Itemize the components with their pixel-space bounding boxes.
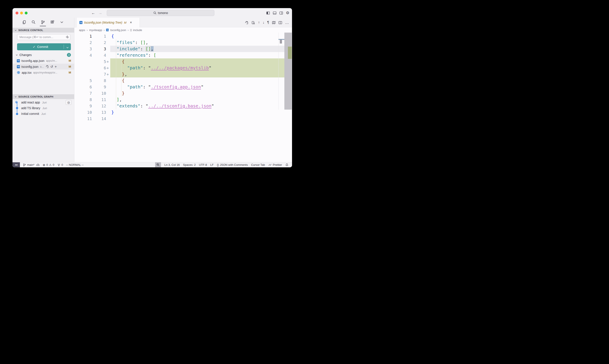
added-line-marker xyxy=(106,109,111,116)
line-number-original: 2 xyxy=(74,39,92,46)
commit-row[interactable]: add react app Juri xyxy=(13,100,74,105)
search-view-icon[interactable] xyxy=(30,19,37,25)
warning-icon: ⚠ xyxy=(49,163,52,167)
commit-dropdown-icon[interactable] xyxy=(66,46,69,49)
settings-gear-icon[interactable]: ⚙ xyxy=(286,11,289,15)
code-line[interactable]: 9 12 "extends": "../../tsconfig.base.jso… xyxy=(74,103,292,109)
sidebar: SOURCE CONTROL ✓ Commit Changes xyxy=(13,18,74,162)
code-line[interactable]: 3 3 "include": [], xyxy=(74,46,292,52)
changes-group-header[interactable]: Changes 3 xyxy=(13,52,74,58)
line-number-modified: 3 xyxy=(92,46,106,52)
breadcrumb-item[interactable]: apps xyxy=(79,28,85,32)
editor-group: TS tsconfig.json (Working Tree) M × ↑ ↓ … xyxy=(74,18,292,162)
code-line[interactable]: 10 13 } xyxy=(74,109,292,116)
source-control-section-header[interactable]: SOURCE CONTROL xyxy=(13,28,74,33)
code-line[interactable]: 11 14 xyxy=(74,116,292,122)
remote-indicator[interactable]: >< xyxy=(13,162,20,168)
formatter-item[interactable]: ✓✓ Prettier xyxy=(268,163,282,167)
breadcrumb-item[interactable]: tsconfig.json xyxy=(110,28,126,32)
indentation-item[interactable]: Spaces: 2 xyxy=(183,163,196,167)
target-icon: ◎ xyxy=(67,101,70,104)
code-line[interactable]: 2 2 "files": [], xyxy=(74,39,292,46)
modified-badge: M xyxy=(69,71,71,74)
vim-mode-indicator[interactable]: -- NORMAL -- xyxy=(66,163,84,167)
breadcrumb-item[interactable]: myviteapp xyxy=(89,28,102,32)
navigate-forward-icon[interactable]: → xyxy=(98,11,102,15)
ports-count: 0 xyxy=(62,163,63,167)
added-line-marker xyxy=(106,103,111,109)
branch-name: main* xyxy=(27,163,34,167)
language-mode-item[interactable]: {} JSON with Comments xyxy=(217,163,248,167)
more-views-chevron-icon[interactable] xyxy=(59,19,65,25)
code-line-added[interactable]: 6 + "path": "../../packages/mytslib" xyxy=(74,65,292,71)
code-line[interactable]: 1 1 { xyxy=(74,33,292,39)
changed-file-row[interactable]: TS tsconfig.app.json apps/m... M xyxy=(13,58,74,64)
extensions-icon[interactable] xyxy=(49,19,55,25)
navigate-back-icon[interactable]: ← xyxy=(91,11,95,15)
toggle-secondary-sidebar-icon[interactable] xyxy=(279,11,283,15)
overview-ruler-border xyxy=(278,33,279,110)
code-line[interactable]: 5 8 { xyxy=(74,78,292,84)
line-number-modified: 11 xyxy=(92,96,106,103)
minimize-window-button[interactable] xyxy=(20,12,23,14)
cursor-tab-item[interactable]: Cursor Tab xyxy=(251,163,265,167)
file-link[interactable]: ../../tsconfig.base.json xyxy=(148,103,211,108)
line-number-original: 9 xyxy=(74,103,92,109)
source-control-graph-header[interactable]: SOURCE CONTROL GRAPH xyxy=(13,94,74,99)
open-file-icon[interactable] xyxy=(46,65,49,68)
notifications-bell-icon[interactable] xyxy=(285,163,288,167)
commit-message-input[interactable] xyxy=(17,34,70,40)
discard-changes-icon[interactable]: ↺ xyxy=(50,65,53,69)
map-view-icon[interactable] xyxy=(272,21,276,25)
maximize-window-button[interactable] xyxy=(25,12,27,14)
problems-status-item[interactable]: ⊗ 0 ⚠ 0 xyxy=(43,163,54,167)
split-editor-icon[interactable] xyxy=(278,21,282,25)
line-number-original: 7 xyxy=(74,90,92,96)
code-lines: 1 1 { 2 2 "files": [], 3 xyxy=(74,33,292,122)
stage-changes-icon[interactable]: + xyxy=(55,65,57,69)
ports-status-item[interactable]: 0 xyxy=(57,163,63,167)
commit-row[interactable]: Initial commit Juri xyxy=(13,111,74,117)
toggle-primary-sidebar-icon[interactable] xyxy=(266,11,270,15)
file-link[interactable]: ../../packages/mytslib xyxy=(151,65,209,70)
editor-scrollbar[interactable] xyxy=(284,33,292,110)
code-line[interactable]: 6 9 "path": "./tsconfig.app.json" xyxy=(74,84,292,90)
goto-current-commit-button[interactable]: ◎ xyxy=(66,100,72,105)
code-line[interactable]: 7 10 } xyxy=(74,90,292,96)
sync-cloud-icon[interactable] xyxy=(36,163,39,167)
file-link[interactable]: ./tsconfig.app.json xyxy=(151,84,201,90)
close-window-button[interactable] xyxy=(15,12,18,14)
diff-editor[interactable]: 1 1 { 2 2 "files": [], 3 xyxy=(74,33,292,162)
changed-file-row[interactable]: app.tsx apps/myviteapp/sr... M xyxy=(13,70,74,76)
previous-change-icon[interactable]: ↑ xyxy=(258,21,260,24)
source-control-icon[interactable] xyxy=(40,19,46,25)
compare-changes-icon[interactable] xyxy=(251,21,255,25)
next-change-icon[interactable]: ↓ xyxy=(262,21,264,24)
eol-item[interactable]: LF xyxy=(210,163,213,167)
breadcrumb-item[interactable]: include xyxy=(133,28,142,32)
breadcrumb-separator: › xyxy=(87,28,88,32)
zoom-indicator[interactable] xyxy=(155,162,161,168)
toggle-panel-icon[interactable] xyxy=(273,11,276,15)
cursor-position-item[interactable]: Ln 3, Col 16 xyxy=(164,163,180,167)
encoding-item[interactable]: UTF-8 xyxy=(199,163,207,167)
code-line-added[interactable]: 5 + { xyxy=(74,58,292,65)
open-file-icon[interactable] xyxy=(245,21,248,25)
branch-status-item[interactable]: main* xyxy=(23,163,39,167)
sparkle-ai-icon[interactable] xyxy=(66,35,69,39)
close-tab-icon[interactable]: × xyxy=(130,21,132,25)
explorer-icon[interactable] xyxy=(21,19,27,25)
code-line-added[interactable]: 7 + }, xyxy=(74,71,292,78)
tab-tsconfig-working-tree[interactable]: TS tsconfig.json (Working Tree) M × xyxy=(76,18,140,27)
overview-added-marker xyxy=(288,47,292,59)
code-line[interactable]: 4 4 "references": [ xyxy=(74,52,292,58)
command-center-search[interactable]: tsmono xyxy=(107,10,214,16)
line-number-modified: 8 xyxy=(92,78,106,84)
code-line[interactable]: 8 11 ], xyxy=(74,96,292,103)
more-actions-icon[interactable]: … xyxy=(285,21,289,25)
whitespace-toggle-icon[interactable]: ¶ xyxy=(267,21,269,24)
changed-file-row[interactable]: TS tsconfig.json a... ↺ + M xyxy=(13,64,74,70)
commit-button[interactable]: ✓ Commit xyxy=(17,43,71,50)
typescript-file-icon: TS xyxy=(106,29,109,31)
commit-row[interactable]: add TS library Juri xyxy=(13,105,74,111)
